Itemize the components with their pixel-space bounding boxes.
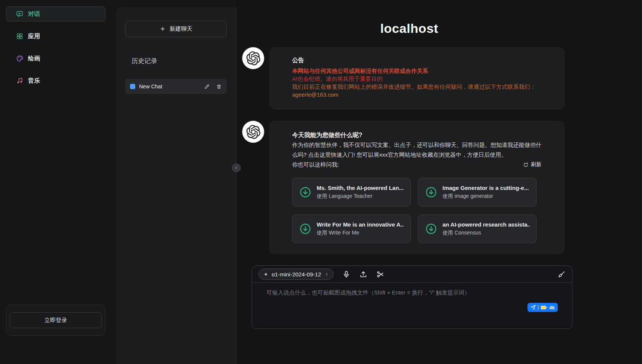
suggestion-subtitle: 使用 Write For Me [317,230,404,236]
input-wrap [252,283,572,314]
battery-icon [541,305,547,310]
suggestion-title: Image Generator is a cutting-e... [442,185,529,191]
scissors-button[interactable] [376,270,385,278]
composer: o1-mini-2024-09-12 [252,265,572,329]
message-list: 公告 本网站与任何其他公司或商标没有任何关联或合作关系 AI也会犯错。请勿将其用… [236,47,642,254]
download-circle-icon [299,186,312,199]
badge-divider [538,305,538,310]
sidebar-item-label: 应用 [28,32,40,40]
refresh-suggestions-button[interactable]: 刷新 [523,161,541,168]
suggestion-text: an AI-powered research assista... 使用 Con… [442,221,530,236]
history-title: 历史记录 [131,57,227,65]
suggestion-card[interactable]: Image Generator is a cutting-e... 使用 ima… [418,178,537,207]
sparkle-icon [263,271,269,277]
download-circle-icon [425,222,438,235]
suggestion-card[interactable]: an AI-powered research assista... 使用 Con… [418,214,537,243]
openai-logo-icon [246,51,260,65]
announcement-line: 本网站与任何其他公司或商标没有任何关联或合作关系 [292,67,541,75]
model-label: o1-mini-2024-09-12 [272,271,321,278]
delete-chat-button[interactable] [216,83,222,89]
refresh-label: 刷新 [531,161,541,168]
clear-context-button[interactable] [557,270,566,278]
suggestion-text: Write For Me is an innovative A... 使用 Wr… [317,221,404,236]
refresh-icon [523,162,529,168]
suggestion-title: Write For Me is an innovative A... [317,221,404,228]
broom-icon [558,270,566,278]
music-note-icon [16,77,23,85]
chevron-left-icon [234,165,239,170]
suggestion-card[interactable]: Ms. Smith, the AI-powered Lan... 使用 Lang… [292,178,411,207]
sidebar-item-chat[interactable]: 对话 [6,6,105,22]
chat-item-title: New Chat [139,83,200,89]
upload-icon [359,270,367,278]
suggestion-subtitle: 使用 Language Teacher [317,193,404,200]
apps-grid-icon [16,32,23,40]
sidebar-item-label: 对话 [28,10,40,18]
assistant-message: 公告 本网站与任何其他公司或商标没有任何关联或合作关系 AI也会犯错。请勿将其用… [242,47,642,110]
suggestion-title: an AI-powered research assista... [442,221,530,228]
announcement-line: AI也会犯错。请勿将其用于重要目的 [292,75,541,83]
suggestion-subtitle: 使用 Consensus [442,230,530,236]
suggestion-text: Image Generator is a cutting-e... 使用 ima… [442,185,529,200]
new-chat-label: 新建聊天 [170,25,192,32]
token-count: 4k [549,305,555,310]
suggestion-title: Ms. Smith, the AI-powered Lan... [317,185,404,191]
suggestion-subtitle: 使用 image generator [442,193,529,200]
chat-list-item[interactable]: New Chat [125,79,227,94]
composer-toolbar: o1-mini-2024-09-12 [252,266,572,283]
chat-area: localhost 公告 本网站与任何其他公司或商标没有任何关联或合作关系 AI… [236,0,642,364]
page-title: localhost [236,21,582,36]
upload-button[interactable] [359,270,368,278]
download-circle-icon [299,222,312,235]
sidebar-item-label: 音乐 [28,77,40,85]
sidebar-item-music[interactable]: 音乐 [6,73,105,88]
login-panel: 立即登录 [6,305,105,336]
sidebar-spacer [6,96,105,305]
edit-chat-button[interactable] [204,83,210,89]
delete-icon [216,84,222,89]
paper-plane-icon [531,305,536,310]
suggestion-grid: Ms. Smith, the AI-powered Lan... 使用 Lang… [292,178,541,243]
sidebar-item-drawing[interactable]: 绘画 [6,51,105,66]
announcement-bubble: 公告 本网站与任何其他公司或商标没有任何关联或合作关系 AI也会犯错。请勿将其用… [269,47,565,110]
greeting-title: 今天我能为您做些什么呢? [292,130,541,140]
sidebar-item-label: 绘画 [28,55,40,63]
login-button[interactable]: 立即登录 [10,312,102,328]
ask-hint: 你也可以这样问我: [292,160,339,170]
send-button[interactable]: 4k [528,303,558,312]
app-root: 对话 应用 绘画 音乐 立即登录 新建聊天 历史记录 New Chat [0,0,642,364]
assistant-message: 今天我能为您做些什么呢? 作为你的智慧伙伴，我不仅可以写文案、出点子，还可以和你… [242,121,642,254]
announcement-line: 我们目前正在修复我们网站上的错误并改进细节。如果您有任何疑问，请通过以下方式联系… [292,83,541,91]
assistant-avatar [242,47,264,69]
collapse-sidebar-button[interactable] [232,163,241,172]
microphone-icon [342,270,350,278]
greeting-body: 作为你的智慧伙伴，我不仅可以写文案、出点子，还可以和你聊天、回答问题。想知道我还… [292,140,541,160]
announcement-title: 公告 [292,57,541,65]
chat-color-icon [130,84,135,89]
suggestion-card[interactable]: Write For Me is an innovative A... 使用 Wr… [292,214,411,243]
edit-icon [204,84,210,89]
history-panel: 新建聊天 历史记录 New Chat [116,8,236,364]
plus-icon [159,26,166,32]
openai-logo-icon [246,125,260,139]
microphone-button[interactable] [342,270,351,278]
download-circle-icon [425,186,438,199]
contact-email-link[interactable]: ageerle@163.com [292,91,339,98]
suggestion-text: Ms. Smith, the AI-powered Lan... 使用 Lang… [317,185,404,200]
message-input[interactable] [266,289,558,313]
scissors-icon [376,270,384,278]
palette-icon [16,55,23,62]
left-sidebar: 对话 应用 绘画 音乐 立即登录 [0,0,116,364]
assistant-avatar [242,121,264,143]
chat-icon [16,10,23,18]
sidebar-item-apps[interactable]: 应用 [6,29,105,44]
hint-row: 你也可以这样问我: 刷新 [292,160,541,170]
chevron-right-icon [324,272,329,277]
greeting-bubble: 今天我能为您做些什么呢? 作为你的智慧伙伴，我不仅可以写文案、出点子，还可以和你… [269,121,565,254]
new-chat-button[interactable]: 新建聊天 [125,21,227,37]
model-selector[interactable]: o1-mini-2024-09-12 [258,268,334,280]
